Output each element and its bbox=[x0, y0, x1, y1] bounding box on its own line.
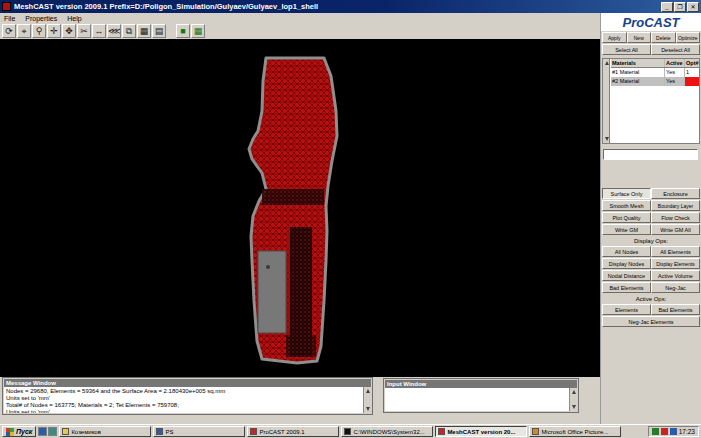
bad-elements-button[interactable]: Bad Elements bbox=[602, 282, 651, 293]
fit-icon[interactable]: ✥ bbox=[62, 24, 76, 38]
bottom-core bbox=[286, 335, 316, 357]
app-icon bbox=[156, 428, 163, 435]
menu-help[interactable]: Help bbox=[67, 15, 81, 22]
plot-quality-button[interactable]: Plot Quality bbox=[602, 212, 651, 223]
write-mesh-icon[interactable]: ■ bbox=[176, 24, 190, 38]
taskbar-item-picture-manager[interactable]: Microsoft Office Picture... bbox=[529, 426, 621, 437]
meshcast-icon bbox=[438, 428, 445, 435]
measure-icon[interactable]: ↔ bbox=[92, 24, 106, 38]
surface-only-button[interactable]: Surface Only bbox=[602, 188, 651, 199]
select-all-button[interactable]: Select All bbox=[602, 44, 651, 55]
input-scrollbar[interactable] bbox=[569, 388, 577, 411]
display-nodes-button[interactable]: Display Nodes bbox=[602, 258, 651, 269]
insert-hole bbox=[266, 265, 270, 269]
quick-launch bbox=[38, 427, 57, 436]
tray-icon[interactable] bbox=[670, 428, 677, 435]
neg-jac-elements-button[interactable]: Neg-Jac Elements bbox=[602, 316, 700, 327]
previous-view-icon[interactable]: ⋘ bbox=[107, 24, 121, 38]
all-nodes-button[interactable]: All Nodes bbox=[602, 246, 651, 257]
tray-icon[interactable] bbox=[661, 428, 668, 435]
tray-icon[interactable] bbox=[652, 428, 659, 435]
taskbar-item-meshcast[interactable]: MeshCAST version 20... bbox=[435, 426, 527, 437]
mesh-view-icon[interactable]: ▦ bbox=[137, 24, 151, 38]
toolbar: ⟳ ⌖ ⚲ ✛ ✥ ✂ ↔ ⋘ ⧉ ▦ ▤ ■ ▦ bbox=[0, 23, 600, 39]
zoom-icon[interactable]: ⚲ bbox=[32, 24, 46, 38]
console-icon bbox=[344, 428, 351, 435]
taskbar-item-procast[interactable]: ProCAST 2009.1 bbox=[247, 426, 339, 437]
start-button[interactable]: Пуск bbox=[2, 426, 36, 437]
optimize-button[interactable]: Optimize bbox=[676, 32, 701, 43]
material-name-input[interactable] bbox=[603, 149, 698, 160]
message-window-title: Message Window bbox=[4, 379, 371, 387]
enclosure-button[interactable]: Enclosure bbox=[651, 188, 700, 199]
log-line: Units set to 'mm' bbox=[6, 409, 361, 413]
active-volume-button[interactable]: Active Volume bbox=[651, 270, 700, 281]
pan-icon[interactable]: ✛ bbox=[47, 24, 61, 38]
clip-icon[interactable]: ✂ bbox=[77, 24, 91, 38]
mesh-model bbox=[0, 39, 600, 377]
smooth-mesh-button[interactable]: Smooth Mesh bbox=[602, 200, 651, 211]
log-line: Units set to 'mm' bbox=[6, 395, 361, 402]
windows-logo-icon bbox=[6, 428, 14, 436]
materials-scrollbar[interactable] bbox=[603, 59, 610, 143]
message-scrollbar[interactable] bbox=[363, 387, 371, 413]
delete-button[interactable]: Delete bbox=[651, 32, 676, 43]
display-ops-label: Display Ops: bbox=[602, 236, 700, 246]
input-window: Input Window bbox=[383, 378, 579, 413]
action-buttons: Apply New Delete Optimize bbox=[602, 32, 700, 43]
menu-file[interactable]: File bbox=[4, 15, 15, 22]
materials-table: Materials Active Opt# #1 Material Yes 1 … bbox=[602, 58, 700, 144]
folder-icon bbox=[62, 428, 69, 435]
close-button[interactable]: ✕ bbox=[687, 2, 699, 12]
zoom-window-icon[interactable]: ⌖ bbox=[17, 24, 31, 38]
deselect-all-button[interactable]: Deselect All bbox=[651, 44, 700, 55]
scroll-up-icon[interactable] bbox=[366, 389, 370, 393]
internet-explorer-icon[interactable] bbox=[38, 427, 47, 436]
scroll-down-icon[interactable] bbox=[572, 405, 576, 409]
elements-button[interactable]: Elements bbox=[602, 304, 651, 315]
nodal-distance-button[interactable]: Nodal Distance bbox=[602, 270, 651, 281]
display-elements-button[interactable]: Display Elements bbox=[651, 258, 700, 269]
procast-logo: ProCAST bbox=[601, 13, 701, 31]
boundary-layer-button[interactable]: Boundary Layer bbox=[651, 200, 700, 211]
material-row-1[interactable]: #1 Material Yes 1 bbox=[611, 68, 699, 77]
insert-plate bbox=[258, 251, 286, 333]
minimize-button[interactable]: _ bbox=[661, 2, 673, 12]
bad-elements-active-button[interactable]: Bad Elements bbox=[651, 304, 700, 315]
taskbar: Пуск Коземиков PS ProCAST 2009.1 C:\WIND… bbox=[0, 424, 701, 438]
apply-button[interactable]: Apply bbox=[602, 32, 627, 43]
selection-buttons: Select All Deselect All bbox=[602, 44, 700, 55]
taskbar-item-ps[interactable]: PS bbox=[153, 426, 245, 437]
new-button[interactable]: New bbox=[627, 32, 652, 43]
show-desktop-icon[interactable] bbox=[48, 427, 57, 436]
message-window: Message Window Nodes = 29680, Elements =… bbox=[2, 377, 373, 415]
material-row-2[interactable]: #2 Material Yes bbox=[611, 77, 699, 86]
taskbar-item-folder[interactable]: Коземиков bbox=[59, 426, 151, 437]
scroll-down-icon[interactable] bbox=[605, 137, 609, 141]
all-elements-button[interactable]: All Elements bbox=[651, 246, 700, 257]
scroll-up-icon[interactable] bbox=[572, 390, 576, 394]
system-tray: 17:23 bbox=[648, 426, 699, 437]
neg-jac-button[interactable]: Neg-Jac bbox=[651, 282, 700, 293]
menu-bar: File Properties Help bbox=[0, 13, 600, 23]
materials-header: Materials Active Opt# bbox=[611, 59, 699, 68]
wrist-band bbox=[262, 189, 324, 205]
viewport-3d[interactable] bbox=[0, 39, 600, 377]
list-view-icon[interactable]: ▤ bbox=[152, 24, 166, 38]
maximize-button[interactable]: ❐ bbox=[674, 2, 686, 12]
write-gm-button[interactable]: Write GM bbox=[602, 224, 651, 235]
log-line: Nodes = 29680, Elements = 59364 and the … bbox=[6, 388, 361, 395]
flow-check-button[interactable]: Flow Check bbox=[651, 212, 700, 223]
rotate-icon[interactable]: ⟳ bbox=[2, 24, 16, 38]
write-gm-all-button[interactable]: Write GM All bbox=[651, 224, 700, 235]
taskbar-item-console[interactable]: C:\WINDOWS\System32... bbox=[341, 426, 433, 437]
copy-view-icon[interactable]: ⧉ bbox=[122, 24, 136, 38]
menu-properties[interactable]: Properties bbox=[25, 15, 57, 22]
title-bar: MeshCAST version 2009.1 Prefix=D:/Poligo… bbox=[0, 0, 701, 13]
input-area[interactable] bbox=[385, 388, 569, 411]
show-mesh-icon[interactable]: ▦ bbox=[191, 24, 205, 38]
control-panel: ProCAST Apply New Delete Optimize Select… bbox=[600, 13, 701, 424]
picture-manager-icon bbox=[532, 428, 539, 435]
scroll-down-icon[interactable] bbox=[366, 407, 370, 411]
scroll-up-icon[interactable] bbox=[605, 61, 609, 65]
